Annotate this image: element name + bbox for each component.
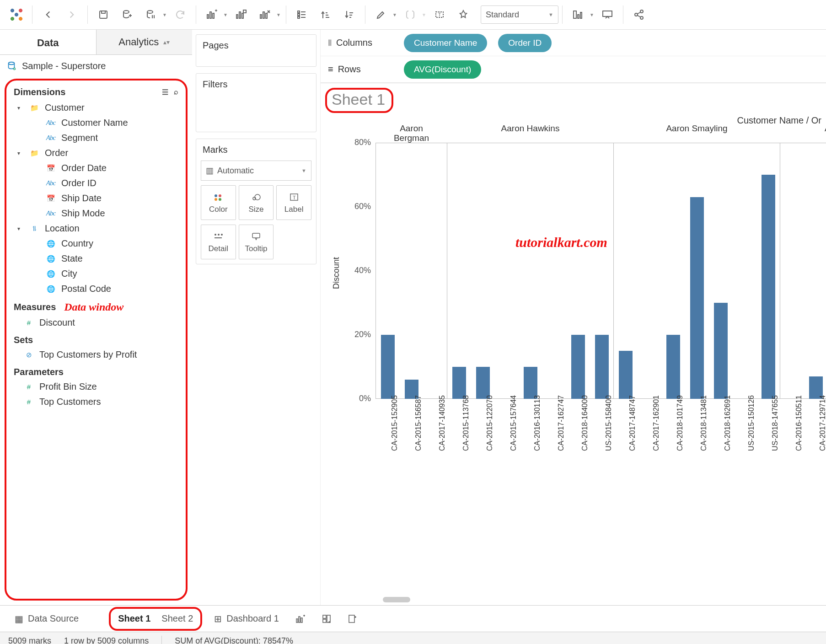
dropdown-caret-icon[interactable]: ▼ xyxy=(161,12,168,17)
field-postal-code[interactable]: 🌐Postal Code xyxy=(9,281,183,296)
new-dashboard-tab[interactable] xyxy=(314,610,339,628)
pill-customer-name[interactable]: Customer Name xyxy=(404,34,487,52)
tableau-logo-icon[interactable] xyxy=(5,3,28,27)
x-category-label: CA-2017-129714 xyxy=(819,395,826,451)
new-data-source-icon[interactable] xyxy=(115,3,139,27)
tab-sheet-2[interactable]: Sheet 2 xyxy=(156,610,198,628)
svg-point-28 xyxy=(219,194,221,197)
pages-card[interactable]: Pages xyxy=(196,34,316,67)
search-icon[interactable]: ⌕ xyxy=(174,88,178,97)
pill-order-id[interactable]: Order ID xyxy=(498,34,552,52)
bar[interactable] xyxy=(666,335,680,399)
viz-area: Sheet 1 Customer Name / Or Discount 0%20… xyxy=(321,83,826,605)
highlight-icon[interactable] xyxy=(369,3,393,27)
x-category-label: US-2018-147655 xyxy=(771,395,779,451)
pill-avg-discount[interactable]: AVG(Discount) xyxy=(404,60,481,79)
field-order-date[interactable]: 📅Order Date xyxy=(9,161,183,176)
bar[interactable] xyxy=(595,335,609,399)
set-top-customers[interactable]: ⊘Top Customers by Profit xyxy=(9,347,183,362)
dropdown-caret-icon[interactable]: ▼ xyxy=(420,12,428,17)
dropdown-caret-icon[interactable]: ▼ xyxy=(391,12,398,17)
svg-point-24 xyxy=(640,16,643,19)
pause-updates-icon[interactable] xyxy=(139,3,163,27)
bar[interactable] xyxy=(762,175,775,399)
show-labels-icon[interactable]: T xyxy=(428,3,451,27)
rows-icon: ≡ xyxy=(328,64,333,75)
bar[interactable] xyxy=(476,367,490,399)
save-icon[interactable] xyxy=(91,3,115,27)
back-icon[interactable] xyxy=(36,3,60,27)
mark-detail[interactable]: Detail xyxy=(201,225,236,259)
data-window: Dimensions ☰ ⌕ ▾📁Customer AbcCustomer Na… xyxy=(5,79,188,601)
field-city[interactable]: 🌐City xyxy=(9,266,183,281)
param-profit-bin[interactable]: #Profit Bin Size xyxy=(9,379,183,394)
columns-shelf[interactable]: ⦀Columns Customer Name Order ID xyxy=(321,30,826,56)
field-segment[interactable]: AbcSegment xyxy=(9,130,183,145)
show-cards-icon[interactable] xyxy=(566,3,590,27)
tab-data[interactable]: Data xyxy=(0,30,96,55)
bar[interactable] xyxy=(619,351,633,399)
data-source-row[interactable]: Sample - Superstore xyxy=(0,55,192,77)
mark-label[interactable]: TLabel xyxy=(276,185,311,220)
detail-icon xyxy=(213,231,223,242)
svg-rect-21 xyxy=(603,11,612,16)
presentation-icon[interactable] xyxy=(595,3,619,27)
fit-selector[interactable]: Standard ▼ xyxy=(481,5,558,24)
data-source-icon: ▦ xyxy=(15,613,23,624)
svg-rect-11 xyxy=(263,12,264,18)
bar[interactable] xyxy=(524,367,537,399)
svg-rect-39 xyxy=(252,233,260,238)
horizontal-scrollbar[interactable] xyxy=(383,597,410,602)
bar[interactable] xyxy=(690,197,704,399)
mark-color[interactable]: Color xyxy=(201,185,236,220)
folder-location[interactable]: ▾⥮Location xyxy=(9,221,183,236)
rows-shelf[interactable]: ≡Rows AVG(Discount) xyxy=(321,56,826,83)
field-order-id[interactable]: AbcOrder ID xyxy=(9,176,183,191)
mark-size[interactable]: Size xyxy=(239,185,274,220)
clear-sheet-icon[interactable] xyxy=(253,3,277,27)
field-state[interactable]: 🌐State xyxy=(9,251,183,266)
share-icon[interactable] xyxy=(627,3,651,27)
column-group: Adam BellavaCA-2016-150511CA-2017-129714… xyxy=(780,143,826,399)
refresh-icon[interactable] xyxy=(168,3,192,27)
folder-customer[interactable]: ▾📁Customer xyxy=(9,100,183,115)
sort-desc-icon[interactable] xyxy=(338,3,361,27)
field-customer-name[interactable]: AbcCustomer Name xyxy=(9,115,183,130)
mark-tooltip[interactable]: Tooltip xyxy=(239,225,274,259)
x-category-label: CA-2017-162747 xyxy=(557,395,565,451)
bar[interactable] xyxy=(714,303,728,399)
filters-card[interactable]: Filters xyxy=(196,73,316,132)
x-category-label: CA-2017-162901 xyxy=(652,395,660,451)
plot-area[interactable]: tutorialkart.com Aaron BergmanCA-2015-15… xyxy=(375,143,826,399)
field-discount[interactable]: #Discount xyxy=(9,315,183,330)
bar[interactable] xyxy=(381,335,395,399)
field-ship-date[interactable]: 📅Ship Date xyxy=(9,191,183,206)
column-group: Aaron SmaylingCA-2017-148747CA-2017-1629… xyxy=(613,143,780,399)
field-country[interactable]: 🌐Country xyxy=(9,236,183,251)
sort-asc-icon[interactable] xyxy=(314,3,338,27)
dropdown-caret-icon[interactable]: ▼ xyxy=(588,12,595,17)
new-worksheet-icon[interactable] xyxy=(200,3,224,27)
dropdown-caret-icon[interactable]: ▼ xyxy=(222,12,229,17)
group-icon[interactable] xyxy=(398,3,422,27)
svg-point-37 xyxy=(221,234,223,236)
dropdown-caret-icon[interactable]: ▼ xyxy=(275,12,282,17)
new-worksheet-tab[interactable] xyxy=(287,610,314,628)
duplicate-sheet-icon[interactable] xyxy=(229,3,253,27)
tab-sheet-1[interactable]: Sheet 1 xyxy=(113,610,156,628)
pin-icon[interactable] xyxy=(451,3,475,27)
param-top-customers[interactable]: #Top Customers xyxy=(9,394,183,409)
tab-dashboard-1[interactable]: ⊞Dashboard 1 xyxy=(206,610,287,628)
bar[interactable] xyxy=(571,335,585,399)
new-story-tab[interactable] xyxy=(339,610,365,628)
field-ship-mode[interactable]: AbcShip Mode xyxy=(9,206,183,221)
view-list-icon[interactable]: ☰ xyxy=(162,88,168,97)
forward-icon[interactable] xyxy=(60,3,84,27)
tab-analytics[interactable]: Analytics▴▾ xyxy=(96,30,193,55)
tab-data-source[interactable]: ▦Data Source xyxy=(6,610,87,628)
mark-type-selector[interactable]: ▥Automatic ▼ xyxy=(201,161,311,181)
folder-order[interactable]: ▾📁Order xyxy=(9,145,183,161)
swap-icon[interactable] xyxy=(290,3,314,27)
sheet-title[interactable]: Sheet 1 xyxy=(332,91,385,108)
bar[interactable] xyxy=(452,367,466,399)
